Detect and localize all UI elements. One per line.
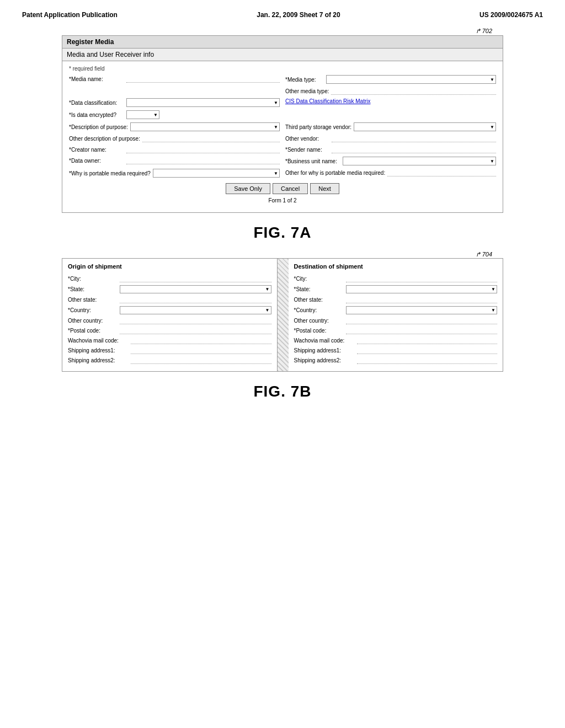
panel-title: Register Media xyxy=(62,36,503,49)
data-class-select[interactable]: ▼ xyxy=(126,98,280,107)
other-desc-label: Other description of purpose: xyxy=(69,136,140,142)
is-encrypted-label: *Is data encrypted? xyxy=(69,112,124,118)
media-type-label: *Media type: xyxy=(285,77,324,83)
origin-other-state-row: Other state: xyxy=(68,296,271,303)
other-desc-input[interactable] xyxy=(142,135,280,142)
origin-addr2-input[interactable] xyxy=(131,357,271,364)
dest-city-input[interactable] xyxy=(346,275,498,282)
other-vendor-input[interactable] xyxy=(332,135,496,142)
origin-postal-row: *Postal code: xyxy=(68,327,271,334)
cis-link[interactable]: CIS Data Classification Risk Matrix xyxy=(285,98,370,104)
form-row-5: *Description of purpose: ▼ Third party s… xyxy=(69,122,496,131)
is-encrypted-select[interactable]: ▼ xyxy=(126,110,159,119)
origin-addr1-input[interactable] xyxy=(131,347,271,354)
origin-postal-input[interactable] xyxy=(120,327,271,334)
third-party-group: Third party storage vendor: ▼ xyxy=(285,122,496,131)
data-class-group: *Data classification: ▼ xyxy=(69,98,280,107)
origin-city-row: *City: xyxy=(68,275,271,282)
creator-name-input[interactable] xyxy=(126,146,280,153)
other-why-label: Other for why is portable media required… xyxy=(285,170,385,176)
sender-name-label: *Sender name: xyxy=(285,147,329,153)
origin-state-select[interactable]: ▼ xyxy=(120,285,271,293)
business-unit-select[interactable]: ▼ xyxy=(343,157,496,165)
button-row: Save Only Cancel Next xyxy=(69,183,496,194)
dest-country-select[interactable]: ▼ xyxy=(346,306,498,314)
why-portable-select[interactable]: ▼ xyxy=(153,169,280,178)
save-only-button[interactable]: Save Only xyxy=(226,183,270,194)
media-type-select[interactable]: ▼ xyxy=(326,75,496,84)
dest-other-country-input[interactable] xyxy=(346,317,498,324)
dest-other-state-row: Other state: xyxy=(294,296,498,303)
data-owner-input[interactable] xyxy=(126,157,280,164)
sender-name-input[interactable] xyxy=(332,146,496,153)
third-party-select[interactable]: ▼ xyxy=(354,122,496,131)
dest-postal-label: *Postal code: xyxy=(294,328,344,334)
origin-column: Origin of shipment *City: *State: ▼ Othe… xyxy=(62,259,278,371)
sender-name-group: *Sender name: xyxy=(285,146,496,153)
origin-state-row: *State: ▼ xyxy=(68,285,271,293)
patent-header: Patent Application Publication Jan. 22, … xyxy=(22,11,543,19)
origin-city-label: *City: xyxy=(68,276,118,282)
cancel-button[interactable]: Cancel xyxy=(273,183,308,194)
origin-other-country-row: Other country: xyxy=(68,317,271,324)
figure-7b-wrapper: ↱ 704 Origin of shipment *City: *State: … xyxy=(62,258,503,372)
origin-addr1-label: Shipping address1: xyxy=(68,347,129,354)
patent-left: Patent Application Publication xyxy=(22,11,118,19)
is-encrypted-group: *Is data encrypted? ▼ xyxy=(69,110,280,119)
other-vendor-label: Other vendor: xyxy=(285,136,329,142)
dest-other-country-row: Other country: xyxy=(294,317,498,324)
figure-7b-corner: ↱ 704 xyxy=(476,250,492,258)
shipment-columns: Origin of shipment *City: *State: ▼ Othe… xyxy=(62,259,503,371)
origin-addr1-row: Shipping address1: xyxy=(68,347,271,354)
dest-other-country-label: Other country: xyxy=(294,318,344,324)
media-name-label: *Media name: xyxy=(69,76,124,82)
origin-wachovia-row: Wachovia mail code: xyxy=(68,337,271,344)
next-button[interactable]: Next xyxy=(310,183,339,194)
media-type-group: *Media type: ▼ xyxy=(285,75,496,84)
dest-addr2-row: Shipping address2: xyxy=(294,357,498,364)
third-party-label: Third party storage vendor: xyxy=(285,124,351,130)
origin-other-state-input[interactable] xyxy=(120,296,271,303)
form-row-6: Other description of purpose: Other vend… xyxy=(69,135,496,142)
dest-country-label: *Country: xyxy=(294,307,344,313)
dest-other-state-label: Other state: xyxy=(294,297,344,303)
other-why-input[interactable] xyxy=(387,169,496,176)
why-portable-label: *Why is portable media required? xyxy=(69,170,151,176)
origin-country-row: *Country: ▼ xyxy=(68,306,271,314)
column-divider xyxy=(278,259,289,371)
other-media-type-input[interactable] xyxy=(331,87,496,95)
origin-other-country-input[interactable] xyxy=(120,317,271,324)
data-owner-group: *Data owner: xyxy=(69,157,280,164)
fig-7b-caption: FIG. 7B xyxy=(22,383,543,400)
origin-addr2-label: Shipping address2: xyxy=(68,357,129,363)
dest-postal-input[interactable] xyxy=(346,327,498,334)
dest-state-select[interactable]: ▼ xyxy=(346,285,498,293)
form-row-1: *Media name: *Media type: ▼ xyxy=(69,75,496,84)
origin-city-input[interactable] xyxy=(120,275,271,282)
fig-7a-caption: FIG. 7A xyxy=(22,224,543,242)
dest-title: Destination of shipment xyxy=(294,263,498,271)
creator-name-group: *Creator name: xyxy=(69,146,280,153)
dest-addr2-input[interactable] xyxy=(357,357,498,364)
shipment-panel: Origin of shipment *City: *State: ▼ Othe… xyxy=(62,258,503,372)
origin-country-select[interactable]: ▼ xyxy=(120,306,271,314)
origin-wachovia-input[interactable] xyxy=(131,337,271,344)
business-unit-group: *Business unit name: ▼ xyxy=(285,157,496,165)
dest-country-row: *Country: ▼ xyxy=(294,306,498,314)
origin-other-country-label: Other country: xyxy=(68,318,118,324)
panel-body: * required field *Media name: *Media typ… xyxy=(62,61,503,212)
origin-other-state-label: Other state: xyxy=(68,297,118,303)
desc-purpose-group: *Description of purpose: ▼ xyxy=(69,122,280,131)
dest-addr1-input[interactable] xyxy=(357,347,498,354)
other-media-type-group: Other media type: xyxy=(285,87,496,95)
dest-state-label: *State: xyxy=(294,286,344,292)
destination-column: Destination of shipment *City: *State: ▼… xyxy=(289,259,503,371)
business-unit-label: *Business unit name: xyxy=(285,158,340,164)
form-row-4: *Is data encrypted? ▼ xyxy=(69,110,496,119)
dest-wachovia-input[interactable] xyxy=(357,337,498,344)
dest-other-state-input[interactable] xyxy=(346,296,498,303)
other-why-group: Other for why is portable media required… xyxy=(285,169,496,176)
media-name-input[interactable] xyxy=(126,75,280,83)
desc-purpose-select[interactable]: ▼ xyxy=(130,122,280,131)
figure-7a-wrapper: ↱ 702 Register Media Media and User Rece… xyxy=(62,35,503,213)
